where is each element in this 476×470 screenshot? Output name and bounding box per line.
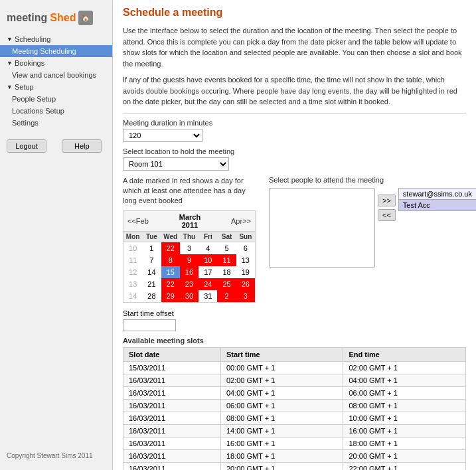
location-select[interactable]: Room 101	[123, 157, 229, 171]
table-row[interactable]: 15/03/2011 00:00 GMT + 1 02:00 GMT + 1	[123, 361, 466, 374]
table-row[interactable]: 16/03/2011 06:00 GMT + 1 08:00 GMT + 1	[123, 399, 466, 412]
cal-cell[interactable]: 24	[198, 278, 217, 290]
nav-meeting-scheduling[interactable]: Meeting Scheduling	[0, 45, 112, 57]
cal-cell[interactable]: 5	[217, 242, 236, 254]
cal-cell[interactable]: 17	[198, 266, 217, 278]
cal-cell[interactable]: 22	[161, 242, 180, 254]
start-offset-row: Start time offset 0	[123, 309, 466, 331]
nav-people-setup[interactable]: People Setup	[0, 93, 112, 105]
cal-body: 10 1 22 3 4 5 6 11 7 8 9 10 11 13 12	[123, 242, 255, 302]
page-title: Schedule a meeting	[123, 7, 466, 19]
table-row[interactable]: 16/03/2011 18:00 GMT + 1 20:00 GMT + 1	[123, 449, 466, 462]
location-label: Select location to hold the meeting	[123, 147, 466, 155]
cal-cell[interactable]: 13	[236, 254, 255, 266]
cal-cell[interactable]: 2	[217, 290, 236, 302]
logout-button[interactable]: Logout	[7, 139, 46, 153]
cal-cell[interactable]: 13	[123, 278, 142, 290]
duration-select[interactable]: 120	[123, 129, 202, 142]
slot-start: 20:00 GMT + 1	[220, 462, 343, 470]
description2: If any of the guests have events booked …	[123, 74, 466, 108]
slot-date: 15/03/2011	[123, 361, 221, 374]
cal-day-mon: Mon	[123, 232, 142, 242]
cal-cell[interactable]: 26	[236, 278, 255, 290]
table-row[interactable]: 16/03/2011 04:00 GMT + 1 06:00 GMT + 1	[123, 386, 466, 399]
cal-prev-btn[interactable]: <<Feb	[127, 217, 149, 225]
cal-cell[interactable]: 16	[180, 266, 198, 278]
cal-cell[interactable]: 19	[236, 266, 255, 278]
col-end-time: End time	[343, 347, 466, 361]
cal-cell[interactable]: 1	[142, 242, 161, 254]
table-row[interactable]: 16/03/2011 14:00 GMT + 1 16:00 GMT + 1	[123, 424, 466, 437]
cal-day-fri: Fri	[198, 232, 217, 242]
cal-cell[interactable]: 11	[123, 254, 142, 266]
cal-cell[interactable]: 25	[217, 278, 236, 290]
help-button[interactable]: Help	[62, 139, 102, 153]
cal-day-sun: Sun	[236, 232, 255, 242]
slot-start: 18:00 GMT + 1	[220, 449, 343, 462]
nav-settings[interactable]: Settings	[0, 117, 112, 129]
logo-icon: 🏠	[78, 11, 93, 25]
cal-cell[interactable]: 14	[142, 266, 161, 278]
slot-start: 02:00 GMT + 1	[220, 374, 343, 386]
cal-next-btn[interactable]: Apr>>	[231, 217, 251, 225]
table-row[interactable]: 16/03/2011 08:00 GMT + 1 10:00 GMT + 1	[123, 412, 466, 424]
cal-cell[interactable]: 31	[198, 290, 217, 302]
slot-end: 10:00 GMT + 1	[343, 412, 466, 424]
cal-cell[interactable]: 30	[180, 290, 198, 302]
slot-end: 02:00 GMT + 1	[343, 361, 466, 374]
cal-cell[interactable]: 9	[180, 254, 198, 266]
start-offset-input[interactable]: 0	[123, 319, 176, 331]
logo-text-shed: Shed	[50, 12, 76, 24]
cal-cell[interactable]: 7	[142, 254, 161, 266]
description1: Use the interface below to select the du…	[123, 25, 466, 69]
cal-cell[interactable]: 11	[217, 254, 236, 266]
slot-start: 00:00 GMT + 1	[220, 361, 343, 374]
slot-start: 04:00 GMT + 1	[220, 386, 343, 399]
cal-cell[interactable]: 3	[236, 290, 255, 302]
slot-start: 16:00 GMT + 1	[220, 437, 343, 449]
cal-cell[interactable]: 10	[123, 242, 142, 254]
slots-tbody: 15/03/2011 00:00 GMT + 1 02:00 GMT + 1 1…	[123, 361, 466, 470]
cal-day-wed: Wed	[161, 232, 180, 242]
cal-cell[interactable]: 14	[123, 290, 142, 302]
slot-start: 08:00 GMT + 1	[220, 412, 343, 424]
duration-group: Meeting duration in minutes 120	[123, 119, 212, 142]
people-available-list[interactable]	[269, 188, 375, 268]
calendar-people-row: A date marked in red shows a day for whi…	[123, 176, 466, 303]
col-start-time: Start time	[220, 347, 343, 361]
move-left-button[interactable]: <<	[378, 209, 396, 221]
nav-bookings[interactable]: Bookings	[0, 57, 112, 69]
cal-cell[interactable]: 28	[142, 290, 161, 302]
cal-cell[interactable]: 10	[198, 254, 217, 266]
table-row[interactable]: 16/03/2011 20:00 GMT + 1 22:00 GMT + 1	[123, 462, 466, 470]
slot-date: 16/03/2011	[123, 462, 221, 470]
nav-setup[interactable]: Setup	[0, 81, 112, 93]
table-row[interactable]: 16/03/2011 16:00 GMT + 1 18:00 GMT + 1	[123, 437, 466, 449]
logo: meetingShed 🏠	[0, 5, 112, 33]
cal-cell[interactable]: 3	[180, 242, 198, 254]
people-section: Select people to attend the meeting >> <…	[269, 176, 476, 268]
location-group: Select location to hold the meeting Room…	[123, 147, 466, 171]
cal-cell[interactable]: 8	[161, 254, 180, 266]
slot-end: 18:00 GMT + 1	[343, 437, 466, 449]
cal-cell[interactable]: 22	[161, 278, 180, 290]
cal-cell[interactable]: 4	[198, 242, 217, 254]
move-right-button[interactable]: >>	[378, 195, 396, 206]
cal-cell[interactable]: 12	[123, 266, 142, 278]
nav-locations-setup[interactable]: Locations Setup	[0, 105, 112, 117]
cal-cell[interactable]: 23	[180, 278, 198, 290]
cal-cell[interactable]: 29	[161, 290, 180, 302]
cal-cell[interactable]: 21	[142, 278, 161, 290]
cal-cell[interactable]: 18	[217, 266, 236, 278]
cal-cell[interactable]: 15	[161, 266, 180, 278]
selected-person-label: Test Acc	[398, 200, 476, 211]
logo-text-meeting: meeting	[7, 12, 47, 24]
slot-start: 06:00 GMT + 1	[220, 399, 343, 412]
start-offset-label: Start time offset	[123, 309, 466, 317]
selected-people-area: stewart@ssims.co.uk Test Acc	[398, 188, 476, 211]
nav-view-cancel[interactable]: View and cancel bookings	[0, 69, 112, 81]
nav-scheduling[interactable]: Scheduling	[0, 33, 112, 45]
cal-cell[interactable]: 6	[236, 242, 255, 254]
table-row[interactable]: 16/03/2011 02:00 GMT + 1 04:00 GMT + 1	[123, 374, 466, 386]
slot-end: 06:00 GMT + 1	[343, 386, 466, 399]
